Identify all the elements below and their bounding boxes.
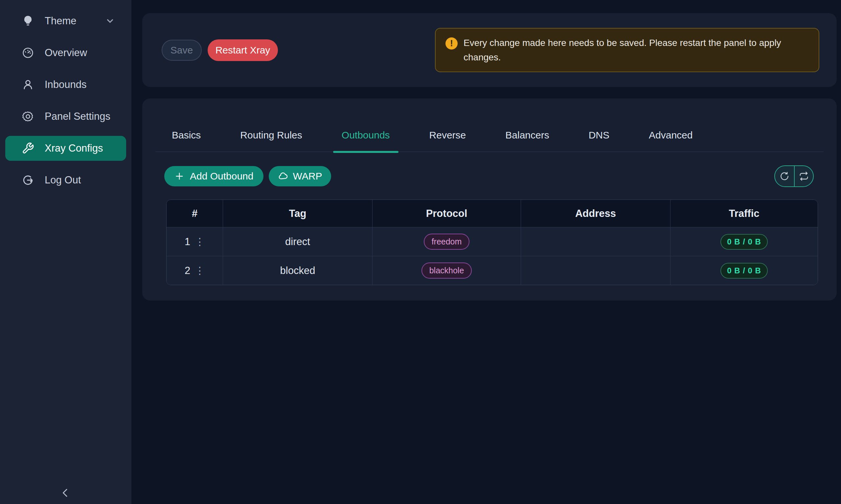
traffic-badge: 0 B / 0 B — [720, 263, 768, 278]
tab-outbounds[interactable]: Outbounds — [342, 130, 390, 141]
outbounds-table: # Tag Protocol Address Traffic 1 ⋮ direc… — [166, 199, 818, 285]
logout-icon — [22, 174, 34, 186]
chevron-left-icon — [60, 487, 72, 500]
sidebar-item-label: Panel Settings — [45, 111, 110, 122]
sidebar-item-theme[interactable]: Theme — [5, 8, 126, 34]
add-outbound-label: Add Outbound — [190, 170, 254, 182]
alert-message: Every change made here needs to be saved… — [464, 36, 802, 64]
table-actions-group — [774, 165, 814, 187]
warp-label: WARP — [293, 170, 322, 182]
outbounds-toolbar: Add Outbound WARP — [155, 165, 824, 187]
protocol-badge: blackhole — [422, 263, 472, 278]
sidebar-item-label: Log Out — [45, 174, 81, 186]
sidebar-item-inbounds[interactable]: Inbounds — [5, 72, 126, 97]
table-header-row: # Tag Protocol Address Traffic — [167, 200, 818, 227]
refresh-button[interactable] — [775, 166, 794, 186]
sidebar-collapse-button[interactable] — [0, 487, 132, 500]
tab-reverse[interactable]: Reverse — [429, 130, 466, 141]
protocol-badge: freedom — [424, 234, 470, 250]
sidebar-item-xray-configs[interactable]: Xray Configs — [5, 136, 126, 161]
row-index: 2 — [185, 265, 190, 276]
column-header-address: Address — [521, 200, 670, 227]
gear-icon — [22, 110, 34, 123]
row-index: 1 — [185, 236, 190, 248]
sidebar-item-label: Xray Configs — [45, 142, 103, 154]
save-button[interactable]: Save — [161, 40, 202, 61]
sidebar-item-overview[interactable]: Overview — [5, 40, 126, 65]
row-menu-icon[interactable]: ⋮ — [195, 237, 205, 247]
sidebar-item-panel-settings[interactable]: Panel Settings — [5, 104, 126, 129]
table-row: 2 ⋮ blocked blackhole 0 B / 0 B — [167, 256, 818, 285]
sidebar: Theme Overview Inbounds Panel Settings X… — [0, 0, 132, 504]
main-content: Save Restart Xray ! Every change made he… — [132, 0, 841, 504]
column-header-tag: Tag — [223, 200, 373, 227]
wrench-icon — [22, 142, 34, 155]
action-bar: Save Restart Xray ! Every change made he… — [142, 13, 837, 87]
plus-icon — [174, 171, 185, 181]
bulb-icon — [22, 15, 34, 27]
sidebar-item-label: Overview — [45, 47, 87, 59]
gauge-icon — [22, 47, 34, 59]
warning-circle-icon: ! — [445, 37, 458, 50]
traffic-badge: 0 B / 0 B — [720, 234, 768, 250]
xray-config-card: Basics Routing Rules Outbounds Reverse B… — [142, 98, 837, 301]
tab-balancers[interactable]: Balancers — [505, 130, 549, 141]
tab-routing-rules[interactable]: Routing Rules — [240, 130, 302, 141]
column-header-traffic: Traffic — [670, 200, 818, 227]
row-address — [521, 228, 670, 256]
sidebar-item-label: Theme — [45, 15, 76, 27]
add-outbound-button[interactable]: Add Outbound — [164, 166, 263, 186]
warp-button[interactable]: WARP — [269, 166, 331, 186]
row-menu-icon[interactable]: ⋮ — [195, 266, 205, 276]
cloud-icon — [278, 171, 289, 181]
tab-dns[interactable]: DNS — [589, 130, 610, 141]
restart-warning-alert: ! Every change made here needs to be sav… — [435, 28, 819, 72]
sidebar-item-label: Inbounds — [45, 79, 87, 91]
column-header-index: # — [167, 200, 223, 227]
chevron-down-icon — [105, 16, 115, 26]
user-icon — [22, 78, 34, 91]
table-row: 1 ⋮ direct freedom 0 B / 0 B — [167, 227, 818, 256]
repeat-icon — [799, 171, 809, 181]
config-tabs: Basics Routing Rules Outbounds Reverse B… — [155, 98, 824, 152]
sidebar-item-log-out[interactable]: Log Out — [5, 168, 126, 193]
column-header-protocol: Protocol — [373, 200, 521, 227]
row-tag: blocked — [223, 256, 373, 285]
reload-button[interactable] — [794, 166, 813, 186]
refresh-icon — [779, 171, 789, 181]
row-tag: direct — [223, 228, 373, 256]
row-address — [521, 256, 670, 285]
tab-basics[interactable]: Basics — [172, 130, 201, 141]
tab-advanced[interactable]: Advanced — [649, 130, 692, 141]
restart-xray-button[interactable]: Restart Xray — [208, 39, 278, 61]
